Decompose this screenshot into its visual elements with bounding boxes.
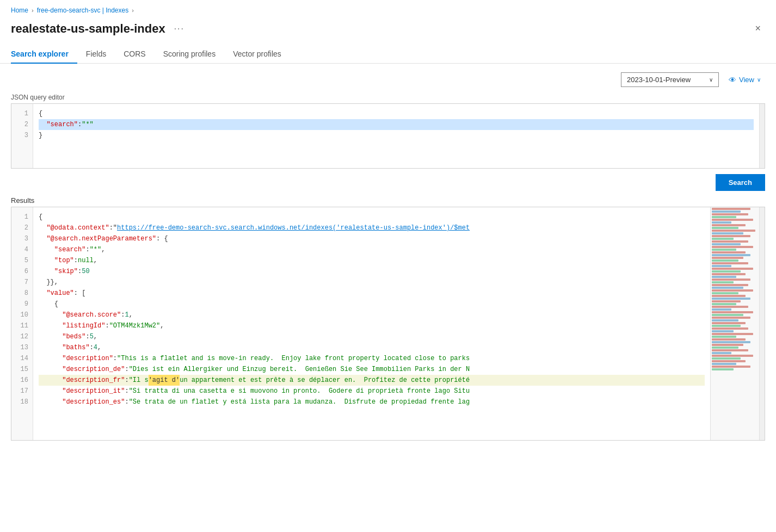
results-minimap [710, 207, 759, 440]
results-line-numbers: 1 2 3 4 5 6 7 8 9 10 11 12 13 14 15 16 1… [11, 207, 33, 440]
eye-icon: 👁 [729, 76, 736, 84]
editor-line-1: { [39, 108, 754, 119]
view-label: View [739, 76, 754, 84]
editor-line-num-1: 1 [11, 108, 33, 119]
editor-line-2: "search": "*" [39, 119, 754, 130]
ellipsis-button[interactable]: ··· [171, 23, 188, 35]
editor-scrollbar[interactable] [759, 104, 765, 168]
content-area: 2023-10-01-Preview ∨ 👁 View ∨ JSON query… [0, 64, 776, 449]
toolbar-row: 2023-10-01-Preview ∨ 👁 View ∨ [11, 72, 765, 87]
breadcrumb-sep-1: › [32, 7, 34, 14]
json-query-editor: 1 2 3 { "search": "*" } [11, 103, 765, 169]
result-line-10: "@search.score": 1, [39, 310, 705, 320]
tabs-bar: Search explorer Fields CORS Scoring prof… [0, 36, 776, 64]
tab-scoring-profiles[interactable]: Scoring profiles [155, 45, 225, 64]
tab-fields[interactable]: Fields [77, 45, 115, 64]
view-arrow-icon: ∨ [757, 77, 761, 83]
breadcrumb-home[interactable]: Home [11, 7, 28, 14]
results-section: Results 1 2 3 4 5 6 7 8 9 10 11 12 13 14… [11, 196, 765, 441]
result-line-8: "value": [ [39, 288, 705, 299]
tab-cors[interactable]: CORS [115, 45, 154, 64]
result-line-14: "description": "This is a flatlet and is… [39, 353, 705, 364]
result-line-15: "description_de": "Dies ist ein Allergik… [39, 364, 705, 375]
close-button[interactable]: × [750, 21, 765, 36]
results-container: 1 2 3 4 5 6 7 8 9 10 11 12 13 14 15 16 1… [11, 207, 765, 441]
result-line-2: "@odata.context": "https://free-demo-sea… [39, 222, 705, 233]
editor-section-label: JSON query editor [11, 94, 765, 101]
result-line-13: "baths": 4, [39, 342, 705, 353]
result-line-16: "description_fr": "Il s'agit d'un appart… [39, 375, 705, 386]
api-version-dropdown[interactable]: 2023-10-01-Preview ∨ [621, 72, 719, 87]
breadcrumb: Home › free-demo-search-svc | Indexes › [0, 0, 776, 17]
search-button-row: Search [11, 174, 765, 191]
editor-text-area[interactable]: { "search": "*" } [33, 104, 759, 168]
api-version-label: 2023-10-01-Preview [627, 76, 691, 84]
result-line-11: "listingId": "OTM4Mzk1Mw2", [39, 320, 705, 331]
editor-line-num-2: 2 [11, 119, 33, 130]
result-line-1: { [39, 212, 705, 222]
breadcrumb-service[interactable]: free-demo-search-svc | Indexes [37, 7, 129, 14]
results-text[interactable]: { "@odata.context": "https://free-demo-s… [33, 207, 710, 440]
result-line-18: "description_es": "Se trata de un flatle… [39, 397, 705, 407]
results-label: Results [11, 196, 765, 205]
dropdown-arrow-icon: ∨ [709, 77, 713, 83]
editor-line-3: } [39, 130, 754, 141]
page-title: realestate-us-sample-index [11, 22, 165, 36]
page-title-area: realestate-us-sample-index ··· [11, 22, 188, 36]
result-line-17: "description_it": "Si tratta di una case… [39, 386, 705, 397]
breadcrumb-sep-2: › [132, 7, 134, 14]
result-line-7: }}, [39, 277, 705, 288]
tab-vector-profiles[interactable]: Vector profiles [224, 45, 290, 64]
view-button[interactable]: 👁 View ∨ [724, 73, 765, 87]
result-line-3: "@search.nextPageParameters": { [39, 233, 705, 244]
tab-search-explorer[interactable]: Search explorer [11, 45, 77, 64]
search-button[interactable]: Search [716, 174, 765, 191]
page-header: realestate-us-sample-index ··· × [0, 17, 776, 36]
odata-context-link[interactable]: https://free-demo-search-svc.search.wind… [117, 222, 470, 233]
result-line-4: "search": "*", [39, 244, 705, 255]
results-scrollbar[interactable] [759, 207, 765, 440]
editor-line-numbers: 1 2 3 [11, 104, 33, 168]
result-line-9: { [39, 299, 705, 310]
editor-line-num-3: 3 [11, 130, 33, 141]
result-line-12: "beds": 5, [39, 331, 705, 342]
result-line-5: "top": null, [39, 255, 705, 266]
result-line-6: "skip": 50 [39, 266, 705, 277]
